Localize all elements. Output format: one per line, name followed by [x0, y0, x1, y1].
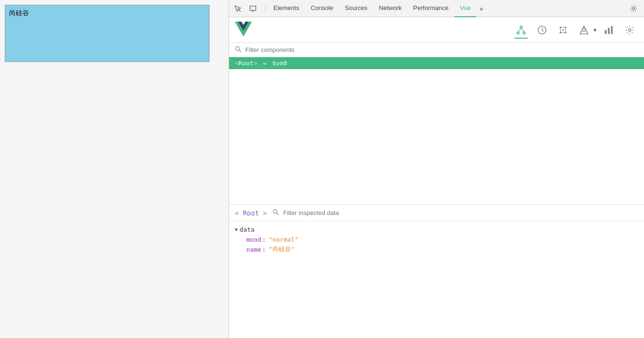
data-row-name: name : "尚硅谷"	[235, 245, 638, 254]
svg-point-27	[236, 47, 240, 51]
svg-rect-24	[608, 28, 610, 34]
svg-line-30	[277, 213, 279, 215]
svg-point-26	[628, 29, 631, 31]
browser-viewport: 尚硅谷	[0, 0, 229, 338]
routing-chevron-icon[interactable]: ▾	[594, 27, 596, 33]
component-list: < Root > = $vm0	[229, 57, 644, 205]
component-tree-panel: < Root > = $vm0	[229, 43, 644, 205]
filter-search-icon	[235, 46, 242, 54]
inspect-component-name: < Root >	[235, 209, 267, 217]
data-value-name: "尚硅谷"	[269, 245, 295, 254]
tab-elements[interactable]: Elements	[268, 0, 305, 17]
data-section-header[interactable]: ▼ data	[235, 226, 638, 233]
svg-point-8	[523, 32, 525, 34]
filter-bar	[229, 43, 644, 57]
more-tabs-icon[interactable]: »	[476, 2, 486, 15]
svg-rect-2	[252, 10, 254, 11]
inspect-search-icon	[272, 209, 279, 217]
routing-toolbar-btn[interactable]	[575, 21, 593, 39]
tab-sources[interactable]: Sources	[339, 0, 373, 17]
page-box: 尚硅谷	[5, 5, 210, 62]
data-key-name: name	[246, 246, 261, 253]
svg-point-6	[520, 26, 523, 28]
svg-point-16	[562, 29, 564, 31]
svg-line-0	[238, 9, 241, 11]
svg-point-5	[633, 7, 635, 10]
inspect-header: < Root >	[229, 205, 644, 221]
vue-content: < Root > = $vm0 < Root >	[229, 43, 644, 338]
timeline-toolbar-btn[interactable]	[533, 21, 551, 39]
data-value-mood: "normal"	[269, 236, 299, 243]
data-section: ▼ data mood : "normal" name : "尚硅谷"	[235, 226, 638, 254]
data-row-mood: mood : "normal"	[235, 236, 638, 243]
devtools-icon-group	[231, 2, 260, 15]
tab-console[interactable]: Console	[305, 0, 339, 17]
vue-toolbar: ▾	[229, 17, 644, 43]
svg-line-9	[518, 28, 521, 31]
devtools-settings-icon[interactable]	[627, 2, 640, 15]
tab-separator-1	[265, 4, 266, 13]
devtools-panel: Elements Console Sources Network Perform…	[229, 0, 644, 338]
section-arrow-icon: ▼	[235, 227, 238, 232]
svg-marker-21	[580, 26, 588, 34]
svg-rect-25	[611, 26, 613, 34]
svg-point-29	[273, 210, 277, 214]
section-name: data	[240, 226, 254, 233]
devtools-tab-bar: Elements Console Sources Network Perform…	[229, 0, 644, 17]
svg-line-28	[239, 50, 241, 52]
vuex-toolbar-btn[interactable]	[554, 21, 572, 39]
components-toolbar-btn[interactable]	[513, 21, 530, 39]
tab-vue[interactable]: Vue	[454, 0, 477, 17]
tab-network[interactable]: Network	[373, 0, 408, 17]
svg-point-7	[517, 32, 519, 34]
inspect-element-icon[interactable]	[231, 2, 244, 15]
data-key-mood: mood	[246, 236, 261, 243]
filter-components-input[interactable]	[245, 46, 638, 53]
device-toggle-icon[interactable]	[246, 2, 260, 15]
component-item-root[interactable]: < Root > = $vm0	[229, 57, 644, 69]
svg-line-10	[521, 28, 524, 31]
vue-devtools: ▾	[229, 17, 644, 338]
svg-point-22	[583, 28, 585, 31]
data-tree: ▼ data mood : "normal" name : "尚硅谷"	[229, 221, 644, 338]
inspect-filter-input[interactable]	[283, 209, 638, 216]
svg-rect-23	[605, 30, 607, 34]
routing-toolbar-group[interactable]: ▾	[575, 21, 596, 39]
page-text: 尚硅谷	[9, 9, 29, 17]
svg-rect-1	[250, 6, 256, 10]
performance-toolbar-btn[interactable]	[600, 21, 617, 39]
tab-performance[interactable]: Performance	[407, 0, 454, 17]
inspect-panel: < Root > ▼	[229, 205, 644, 338]
vue-settings-toolbar-btn[interactable]	[621, 21, 638, 39]
vue-logo	[235, 20, 256, 39]
